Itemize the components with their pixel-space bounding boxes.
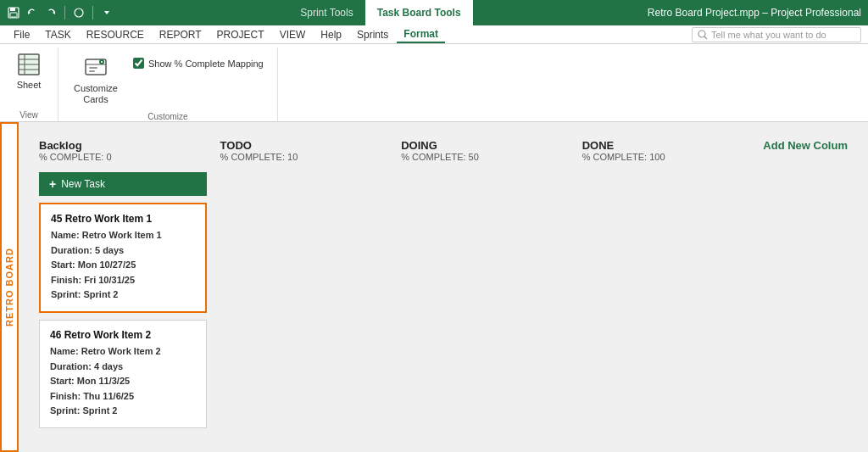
new-task-button[interactable]: + New Task <box>39 172 207 196</box>
backlog-column: Backlog % COMPLETE: 0 + New Task 45 Retr… <box>32 139 214 435</box>
dropdown-icon[interactable] <box>100 6 114 20</box>
menu-bar: File TASK RESOURCE REPORT PROJECT VIEW H… <box>0 25 868 44</box>
undo-icon[interactable] <box>25 6 39 20</box>
circle-icon[interactable] <box>72 6 86 20</box>
menu-view[interactable]: VIEW <box>273 27 313 42</box>
context-tabs: Sprint Tools Task Board Tools <box>288 0 472 25</box>
window-title: Retro Board Project.mpp – Project Profes… <box>648 7 861 19</box>
svg-marker-6 <box>104 11 109 14</box>
todo-title: TODO <box>220 139 388 152</box>
ribbon-customize-group: Customize Cards Show % Complete Mapping … <box>58 47 278 121</box>
redo-icon[interactable] <box>44 6 58 20</box>
menu-help[interactable]: Help <box>314 27 348 42</box>
view-group-label: View <box>10 107 47 121</box>
task-card-1-duration-field: Duration: 5 days <box>51 243 195 259</box>
sheet-btn-label: Sheet <box>17 80 42 91</box>
customize-cards-label: Customize Cards <box>74 83 118 105</box>
todo-column: TODO % COMPLETE: 10 <box>214 139 395 435</box>
show-complete-mapping-label: Show % Complete Mapping <box>148 59 264 69</box>
search-box[interactable]: Tell me what you want to do <box>692 27 861 42</box>
done-subtitle: % COMPLETE: 100 <box>582 152 750 162</box>
task-card-2-title: 46 Retro Work Item 2 <box>50 329 196 341</box>
customize-group-label: Customize <box>69 109 267 123</box>
svg-line-8 <box>704 36 707 39</box>
search-placeholder: Tell me what you want to do <box>711 30 826 40</box>
menu-project[interactable]: PROJECT <box>210 27 271 42</box>
todo-subtitle: % COMPLETE: 10 <box>220 152 388 162</box>
board-area: RETRO BOARD Backlog % COMPLETE: 0 + New … <box>0 122 868 452</box>
plus-icon: + <box>49 177 56 191</box>
menu-sprints[interactable]: Sprints <box>350 27 395 42</box>
task-card-1[interactable]: 45 Retro Work Item 1 Name: Retro Work It… <box>39 203 207 313</box>
task-card-1-id: 45 <box>51 213 62 225</box>
task-card-2-id: 46 <box>50 329 61 341</box>
ribbon-view-group: Sheet View <box>0 47 58 121</box>
doing-title: DOING <box>401 139 569 152</box>
task-card-1-title: 45 Retro Work Item 1 <box>51 213 195 225</box>
task-card-1-start-field: Start: Mon 10/27/25 <box>51 258 195 273</box>
done-title: DONE <box>582 139 750 152</box>
menu-format[interactable]: Format <box>397 26 445 43</box>
save-icon[interactable] <box>7 6 20 20</box>
customize-cards-icon <box>82 54 109 81</box>
menu-task[interactable]: TASK <box>38 27 77 42</box>
quick-access-toolbar <box>7 6 114 20</box>
todo-header: TODO % COMPLETE: 10 <box>220 139 388 162</box>
menu-file[interactable]: File <box>7 27 36 42</box>
svg-rect-17 <box>89 70 95 72</box>
svg-point-7 <box>698 31 705 37</box>
customize-options: Show % Complete Mapping <box>130 51 267 75</box>
svg-rect-1 <box>10 8 15 11</box>
add-new-column-button[interactable]: Add New Colum <box>756 139 854 435</box>
title-bar: Sprint Tools Task Board Tools Retro Boar… <box>0 0 868 25</box>
svg-rect-2 <box>10 13 17 17</box>
done-header: DONE % COMPLETE: 100 <box>582 139 750 162</box>
board-content: Backlog % COMPLETE: 0 + New Task 45 Retr… <box>19 122 868 452</box>
task-card-2-finish-field: Finish: Thu 11/6/25 <box>50 389 196 405</box>
sprint-tools-tab[interactable]: Sprint Tools <box>288 0 364 25</box>
retro-board-sidebar: RETRO BOARD <box>0 122 19 452</box>
task-card-2-duration-field: Duration: 4 days <box>50 360 196 375</box>
menu-resource[interactable]: RESOURCE <box>80 27 151 42</box>
backlog-subtitle: % COMPLETE: 0 <box>39 152 207 162</box>
new-task-label: New Task <box>61 178 105 190</box>
sheet-button[interactable]: Sheet <box>10 47 47 94</box>
show-complete-mapping-row[interactable]: Show % Complete Mapping <box>133 58 264 69</box>
doing-header: DOING % COMPLETE: 50 <box>401 139 569 162</box>
task-card-1-name: Retro Work Item 1 <box>65 213 152 225</box>
svg-rect-16 <box>89 67 97 69</box>
task-card-1-sprint-field: Sprint: Sprint 2 <box>51 287 195 303</box>
task-card-2[interactable]: 46 Retro Work Item 2 Name: Retro Work It… <box>39 320 207 428</box>
task-card-2-start-field: Start: Mon 11/3/25 <box>50 374 196 389</box>
task-board-tools-tab[interactable]: Task Board Tools <box>365 0 473 25</box>
board-columns: Backlog % COMPLETE: 0 + New Task 45 Retr… <box>32 139 854 435</box>
task-card-1-finish-field: Finish: Fri 10/31/25 <box>51 273 195 288</box>
sheet-icon <box>15 51 42 78</box>
menu-report[interactable]: REPORT <box>153 27 209 42</box>
backlog-header: Backlog % COMPLETE: 0 <box>39 139 207 162</box>
backlog-title: Backlog <box>39 139 207 152</box>
task-card-1-name-field: Name: Retro Work Item 1 <box>51 228 195 243</box>
task-card-2-sprint-field: Sprint: Sprint 2 <box>50 404 196 419</box>
task-card-2-name-field: Name: Retro Work Item 2 <box>50 344 196 360</box>
doing-subtitle: % COMPLETE: 50 <box>401 152 569 162</box>
svg-point-5 <box>75 8 83 17</box>
doing-column: DOING % COMPLETE: 50 <box>394 139 576 435</box>
show-complete-mapping-checkbox[interactable] <box>133 58 144 69</box>
customize-cards-button[interactable]: Customize Cards <box>69 51 123 109</box>
ribbon: Sheet View <box>0 44 868 122</box>
task-card-2-name: Retro Work Item 2 <box>64 329 151 341</box>
done-column: DONE % COMPLETE: 100 <box>576 139 757 435</box>
search-icon <box>698 30 708 40</box>
